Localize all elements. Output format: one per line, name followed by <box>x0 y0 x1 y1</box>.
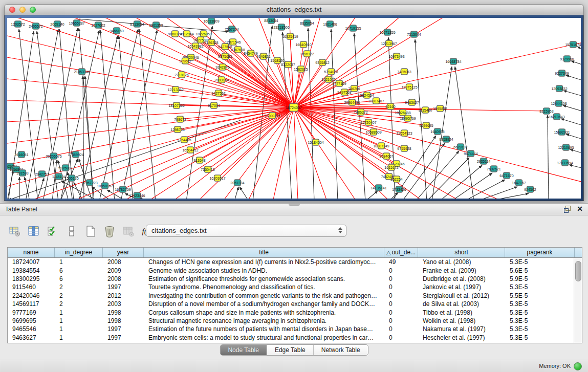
cell-pagerank[interactable]: 5.3E-5 <box>505 283 575 291</box>
cell-out_de[interactable]: 0 <box>384 325 418 333</box>
graph-node[interactable]: 16203617 <box>209 175 225 181</box>
edge[interactable] <box>294 79 329 107</box>
graph-node[interactable]: 62160 <box>385 103 396 110</box>
graph-node[interactable]: 18495769 <box>400 115 416 121</box>
table-row[interactable]: 911546021997Tourette syndrome. Phenomeno… <box>8 283 582 291</box>
graph-node[interactable]: 16210643 <box>549 114 564 120</box>
cell-in_degree[interactable]: 2 <box>55 300 103 308</box>
delete-trash-icon[interactable] <box>103 225 116 238</box>
graph-node[interactable]: 12210695 <box>558 144 574 150</box>
cell-out_de[interactable]: 0 <box>384 292 418 299</box>
cell-year[interactable]: 2009 <box>103 267 144 274</box>
cell-out_de[interactable]: 0 <box>384 334 418 341</box>
tab-edge-table[interactable]: Edge Table <box>267 345 314 355</box>
cell-pagerank[interactable]: 5.3E-5 <box>505 317 575 324</box>
cell-name[interactable]: 18724007 <box>8 258 55 266</box>
graph-node[interactable]: 9755928 <box>397 145 411 151</box>
cell-title[interactable]: Changes of HCN gene expression and I(f) … <box>144 258 384 266</box>
graph-node[interactable]: 12213967 <box>381 40 397 47</box>
edge[interactable] <box>38 18 294 107</box>
graph-node[interactable]: 1203572 <box>11 21 25 27</box>
graph-node[interactable]: 10973493 <box>388 53 404 59</box>
column-header-name[interactable]: name <box>8 248 55 257</box>
graph-node[interactable]: 16325419 <box>282 33 298 39</box>
cell-title[interactable]: Estimation of significance thresholds fo… <box>144 275 384 282</box>
graph-node[interactable]: 15751074 <box>565 41 581 48</box>
graph-node[interactable]: 15720407 <box>360 119 376 125</box>
edge[interactable] <box>455 67 474 199</box>
cell-name[interactable]: 9465546 <box>8 325 55 333</box>
cell-year[interactable]: 2003 <box>103 300 144 308</box>
graph-node[interactable]: 12444158 <box>551 100 567 106</box>
graph-node[interactable]: 391593 <box>16 170 28 176</box>
graph-node[interactable]: 12975125 <box>401 84 417 90</box>
edge[interactable] <box>115 107 294 199</box>
cell-name[interactable]: 9699695 <box>8 317 55 324</box>
graph-node[interactable]: 1640935 <box>430 128 444 135</box>
graph-node[interactable]: 2367608 <box>231 47 245 53</box>
graph-node[interactable]: 1961358 <box>149 22 163 28</box>
graph-node[interactable]: 12213382 <box>167 86 183 93</box>
edge[interactable] <box>182 75 294 107</box>
select-columns-icon[interactable] <box>46 225 59 238</box>
graph-node[interactable]: 2405572 <box>29 23 42 29</box>
cell-in_degree[interactable]: 1 <box>55 317 103 324</box>
graph-node[interactable]: 10655287 <box>69 20 84 26</box>
graph-node[interactable]: 1733426 <box>392 186 406 192</box>
edge[interactable] <box>294 107 391 167</box>
graph-node[interactable]: 16648784 <box>445 58 461 64</box>
cell-name[interactable]: 19384554 <box>8 267 55 274</box>
graph-node[interactable]: 16504412 <box>182 147 198 153</box>
zoom-window-button[interactable] <box>30 7 36 13</box>
cell-out_de[interactable]: 0 <box>384 309 418 316</box>
graph-node[interactable]: 252254 <box>390 176 402 182</box>
graph-node[interactable]: 10719155 <box>345 25 361 31</box>
cell-year[interactable]: 1997 <box>103 334 144 341</box>
table-row[interactable]: 946362711997Embryonic stem cells: a mode… <box>8 334 582 342</box>
column-header-pagerank[interactable]: pagerank <box>505 248 575 257</box>
cell-year[interactable]: 2012 <box>103 292 144 299</box>
column-chooser-icon[interactable] <box>27 225 40 238</box>
graph-node[interactable]: 9463627 <box>405 99 419 105</box>
table-row[interactable]: 946554611997Estimation of the future num… <box>8 325 582 333</box>
edge[interactable] <box>207 107 294 199</box>
graph-node[interactable]: 10688609 <box>365 129 381 135</box>
graph-node[interactable]: 7254405 <box>177 137 191 143</box>
table-row[interactable]: 1938455462009Genome-wide association stu… <box>8 266 582 274</box>
edge[interactable] <box>563 91 581 100</box>
edge[interactable] <box>577 47 581 56</box>
edge[interactable] <box>571 61 581 69</box>
cell-in_degree[interactable]: 6 <box>55 267 103 274</box>
tab-node-table[interactable]: Node Table <box>220 345 267 355</box>
graph-node[interactable]: 14136141 <box>371 185 386 191</box>
cell-in_degree[interactable]: 2 <box>55 283 103 291</box>
graph-node[interactable]: 15692931 <box>554 129 570 135</box>
window-titlebar[interactable]: citations_edges.txt <box>4 4 584 15</box>
graph-node[interactable]: 917004 <box>208 102 220 108</box>
table-row[interactable]: 969969511998Structural magnetic resonanc… <box>8 317 582 325</box>
graph-node[interactable]: 2942757 <box>35 171 49 177</box>
graph-node[interactable]: 9242845 <box>215 64 229 70</box>
graph-node[interactable]: 10958167 <box>97 183 113 189</box>
graph-node[interactable]: 18807249 <box>373 143 389 149</box>
graph-node[interactable]: 6471670 <box>499 172 513 179</box>
edge[interactable] <box>290 36 294 107</box>
cell-out_de[interactable]: 0 <box>384 317 418 324</box>
cell-out_de[interactable]: 0 <box>384 300 418 308</box>
tab-network-table[interactable]: Network Table <box>314 345 368 355</box>
graph-node[interactable]: 18226058 <box>195 31 211 37</box>
cell-pagerank[interactable]: 5.9E-5 <box>505 275 575 282</box>
panel-resize-grip[interactable] <box>289 204 300 206</box>
graph-node[interactable]: 8215953 <box>539 108 553 114</box>
graph-node[interactable]: 913648 <box>193 157 205 163</box>
graph-node[interactable]: 15184554 <box>308 139 323 145</box>
cell-short[interactable]: Stergiakouli et al. (2012) <box>418 292 505 299</box>
edge[interactable] <box>7 77 294 107</box>
cell-name[interactable]: 9463627 <box>8 334 55 341</box>
cell-in_degree[interactable]: 2 <box>55 292 103 299</box>
new-document-icon[interactable] <box>84 225 97 238</box>
cell-title[interactable]: Embryonic stem cells: a model to study s… <box>144 334 384 341</box>
close-window-button[interactable] <box>9 7 15 13</box>
graph-node[interactable]: 8313054 <box>130 21 144 27</box>
cell-name[interactable]: 22420046 <box>8 292 55 299</box>
